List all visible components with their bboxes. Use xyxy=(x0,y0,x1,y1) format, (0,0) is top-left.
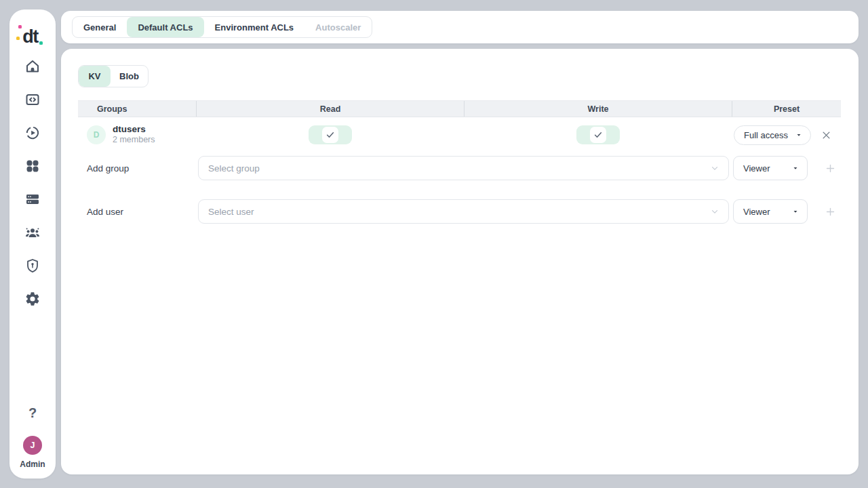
caret-down-icon xyxy=(795,131,802,138)
caret-down-icon xyxy=(792,165,799,171)
sidebar-item-settings[interactable] xyxy=(24,291,41,307)
group-select-placeholder: Select group xyxy=(208,163,260,174)
table-row: D dtusers 2 members Full access xyxy=(78,119,841,151)
write-checkbox-inner xyxy=(590,127,606,143)
security-icon xyxy=(24,258,41,274)
user-role-value: Viewer xyxy=(743,207,770,217)
chevron-down-icon xyxy=(710,207,719,216)
user-select-placeholder: Select user xyxy=(208,207,254,217)
remove-row-button[interactable] xyxy=(820,129,832,141)
logo-accent-dot xyxy=(39,41,43,45)
add-user-button[interactable] xyxy=(824,205,836,218)
home-icon xyxy=(24,58,41,75)
group-cell: D dtusers 2 members xyxy=(78,124,196,146)
column-header-write: Write xyxy=(464,101,732,117)
add-user-label: Add user xyxy=(78,207,198,217)
logo-text: dt xyxy=(22,28,37,46)
checkmark-icon xyxy=(593,130,603,140)
group-role-value: Viewer xyxy=(743,163,770,174)
plus-icon xyxy=(825,207,835,217)
user-select[interactable]: Select user xyxy=(198,199,729,224)
preset-value: Full access xyxy=(744,130,788,140)
storage-type-toggle: KV Blob xyxy=(78,65,149,87)
run-icon xyxy=(24,125,41,141)
plus-icon xyxy=(825,163,835,174)
add-group-label: Add group xyxy=(78,163,198,174)
checkmark-icon xyxy=(326,130,335,140)
read-cell xyxy=(196,125,464,144)
users-icon xyxy=(24,224,41,241)
top-bar: General Default ACLs Environment ACLs Au… xyxy=(61,11,859,43)
sidebar-item-run[interactable] xyxy=(24,125,41,141)
user-role-label: Admin xyxy=(20,460,45,469)
sidebar-item-code[interactable] xyxy=(24,92,41,108)
tab-general[interactable]: General xyxy=(73,17,127,37)
tab-autoscaler[interactable]: Autoscaler xyxy=(304,17,372,37)
code-window-icon xyxy=(24,92,41,108)
close-icon xyxy=(821,130,831,140)
add-group-button[interactable] xyxy=(824,162,836,174)
column-header-read: Read xyxy=(196,101,464,117)
sidebar-item-apps[interactable] xyxy=(24,158,41,174)
sidebar-bottom: ? J Admin xyxy=(20,405,45,479)
column-header-groups: Groups xyxy=(78,101,196,117)
settings-icon xyxy=(24,291,41,307)
tab-environment-acls[interactable]: Environment ACLs xyxy=(204,17,305,37)
write-checkbox[interactable] xyxy=(576,125,620,144)
apps-icon xyxy=(24,158,41,174)
group-meta: dtusers 2 members xyxy=(113,124,155,146)
group-name: dtusers xyxy=(113,124,155,135)
logo-pink-dot xyxy=(18,25,22,28)
settings-tab-group: General Default ACLs Environment ACLs Au… xyxy=(72,16,372,38)
sidebar-item-storage[interactable] xyxy=(24,191,41,207)
user-role-dropdown[interactable]: Viewer xyxy=(733,199,808,224)
group-select[interactable]: Select group xyxy=(198,156,729,180)
sidebar: dt xyxy=(9,9,56,479)
sidebar-item-users[interactable] xyxy=(24,224,41,241)
tab-kv[interactable]: KV xyxy=(79,66,111,87)
acl-table-header: Groups Read Write Preset xyxy=(78,100,841,117)
storage-icon xyxy=(24,191,41,207)
main-panel: KV Blob Groups Read Write Preset D dtuse… xyxy=(61,49,859,474)
preset-dropdown[interactable]: Full access xyxy=(734,125,811,145)
group-avatar: D xyxy=(87,125,106,144)
column-header-preset: Preset xyxy=(732,101,841,117)
chevron-down-icon xyxy=(710,163,719,173)
tab-default-acls[interactable]: Default ACLs xyxy=(127,17,203,37)
read-checkbox[interactable] xyxy=(309,125,352,144)
app-logo: dt xyxy=(17,20,48,46)
add-user-row: Add user Select user Viewer xyxy=(78,199,841,224)
help-button[interactable]: ? xyxy=(28,405,37,421)
user-avatar[interactable]: J xyxy=(23,436,42,455)
caret-down-icon xyxy=(792,208,799,215)
read-checkbox-inner xyxy=(322,127,338,143)
tab-blob[interactable]: Blob xyxy=(111,66,148,87)
preset-cell: Full access xyxy=(732,125,841,145)
write-cell xyxy=(464,125,732,144)
sidebar-item-security[interactable] xyxy=(24,258,41,274)
group-role-dropdown[interactable]: Viewer xyxy=(733,156,808,180)
add-group-row: Add group Select group Viewer xyxy=(78,156,841,180)
sidebar-item-home[interactable] xyxy=(24,58,41,75)
sidebar-nav xyxy=(24,58,41,307)
logo-yellow-dot xyxy=(16,37,20,40)
group-members-count: 2 members xyxy=(113,135,155,146)
